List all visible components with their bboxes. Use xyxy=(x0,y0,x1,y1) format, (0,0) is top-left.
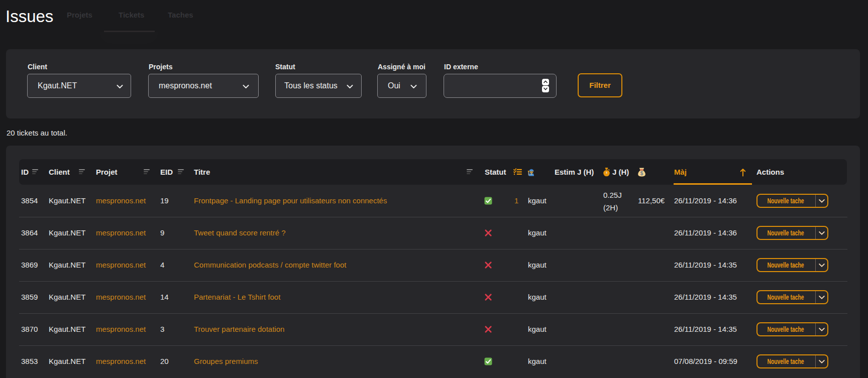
svg-text:$: $ xyxy=(640,171,643,176)
